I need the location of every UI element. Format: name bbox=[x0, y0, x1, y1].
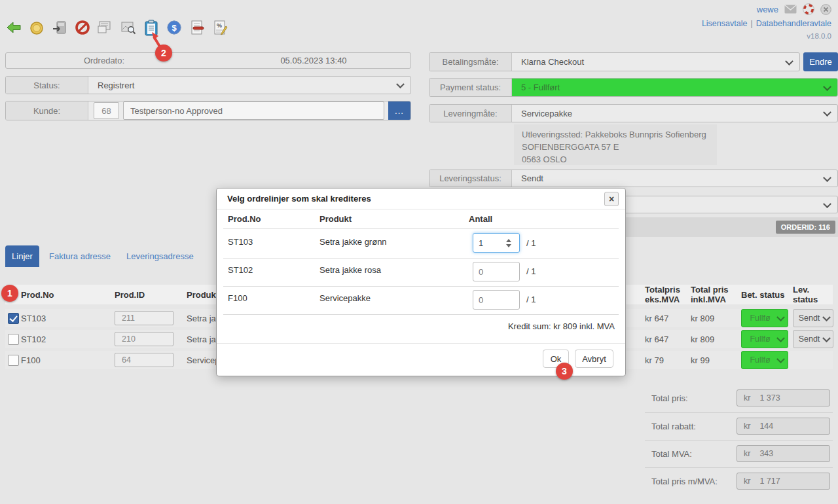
save-icon[interactable] bbox=[51, 19, 68, 36]
cell-totalpris-inkl: kr 809 bbox=[691, 309, 714, 327]
cell-prod-no: ST103 bbox=[21, 309, 46, 327]
antall-max: / 1 bbox=[526, 266, 536, 276]
total-rabatt-value: kr144 bbox=[737, 418, 830, 435]
chevron-down-icon bbox=[823, 173, 831, 182]
edit-note-icon[interactable]: % bbox=[211, 19, 228, 36]
row-checkbox[interactable] bbox=[5, 351, 19, 369]
mail-icon[interactable] bbox=[784, 5, 797, 14]
ordredato-row: Ordredato: 05.05.2023 13:40 bbox=[5, 52, 411, 69]
tab-faktura-adresse[interactable]: Faktura adresse bbox=[49, 245, 111, 267]
databehandleravtale-link[interactable]: Databehandleravtale bbox=[756, 19, 831, 28]
status-label: Status: bbox=[6, 77, 88, 94]
cancel-icon[interactable] bbox=[74, 19, 91, 36]
row-checkbox[interactable] bbox=[5, 309, 19, 327]
kunde-id-field[interactable] bbox=[94, 102, 119, 119]
checkbox-checked-icon[interactable] bbox=[8, 313, 19, 324]
chevron-down-icon bbox=[785, 57, 793, 65]
dialog-cell-prod-no: ST102 bbox=[228, 265, 253, 275]
totals-divider bbox=[645, 440, 833, 441]
cell-lev-status: Sendt bbox=[793, 309, 833, 327]
header-produkt: Produkt bbox=[187, 285, 219, 304]
cell-totalpris-inkl: kr 809 bbox=[691, 330, 714, 348]
version-label: v18.0.0 bbox=[807, 32, 831, 40]
leveringmate-select[interactable]: Servicepakke bbox=[512, 105, 837, 122]
currency-icon[interactable]: $ bbox=[166, 19, 183, 36]
username-link[interactable]: wewe bbox=[757, 5, 778, 14]
antall-max: / 1 bbox=[526, 238, 536, 248]
dialog-footer-divider bbox=[217, 343, 625, 344]
betalingsmate-select[interactable]: Klarna Checkout bbox=[512, 53, 799, 71]
total-pris-value: kr1 373 bbox=[737, 389, 830, 406]
close-icon[interactable]: × bbox=[604, 192, 619, 206]
checkbox-unchecked-icon[interactable] bbox=[8, 355, 19, 366]
annotation-badge-3: 3 bbox=[556, 363, 573, 380]
tab-leveringsadresse[interactable]: Leveringsadresse bbox=[126, 245, 194, 267]
prod-id-box[interactable]: 210 bbox=[115, 332, 173, 346]
close-session-icon[interactable] bbox=[820, 4, 831, 15]
spinner-arrows-icon[interactable] bbox=[503, 235, 514, 251]
payment-status-select[interactable]: 5 - Fullført bbox=[512, 79, 837, 96]
bet-status-select[interactable]: Fullfø bbox=[741, 309, 788, 327]
lev-status-select[interactable]: Sendt bbox=[793, 309, 833, 327]
total-rabatt-label: Total rabatt: bbox=[651, 418, 696, 435]
dialog-divider bbox=[223, 228, 619, 229]
ordredato-value: 05.05.2023 13:40 bbox=[251, 53, 376, 68]
avbryt-button[interactable]: Avbryt bbox=[575, 350, 613, 368]
antall-input[interactable] bbox=[473, 290, 520, 310]
totals-divider bbox=[645, 412, 833, 413]
chevron-down-icon bbox=[822, 334, 831, 342]
prod-id-box[interactable]: 64 bbox=[115, 353, 173, 367]
print-icon[interactable] bbox=[97, 19, 114, 36]
cell-totalpris-eks: kr 647 bbox=[645, 309, 668, 327]
leveringmate-row: Leveringmåte: Servicepakke bbox=[429, 104, 838, 122]
order-detail-page: wewe Lisensavtale | Databehandleravtale … bbox=[0, 0, 838, 504]
chevron-down-icon bbox=[776, 334, 785, 342]
betalingsmate-row: Betalingsmåte: Klarna Checkout bbox=[429, 52, 800, 71]
dialog-header-produkt: Produkt bbox=[319, 214, 352, 224]
utleveringssted-line1: Utleveringssted: Pakkeboks Bunnpris Sofi… bbox=[522, 128, 717, 141]
utleveringssted-line3: 0563 OSLO bbox=[522, 153, 717, 166]
dialog-cell-prod-no: F100 bbox=[228, 293, 247, 303]
tab-linjer[interactable]: Linjer bbox=[5, 245, 39, 267]
chevron-down-icon bbox=[822, 313, 831, 321]
cell-lev-status: Sendt bbox=[793, 330, 833, 348]
orderid-badge: ORDERID: 116 bbox=[776, 221, 835, 234]
kunde-browse-button[interactable]: ... bbox=[388, 101, 410, 120]
cell-totalpris-eks: kr 647 bbox=[645, 330, 668, 348]
leveringsstatus-select[interactable]: Sendt bbox=[512, 170, 837, 187]
credit-note-icon[interactable] bbox=[189, 19, 206, 36]
dialog-divider bbox=[223, 286, 619, 287]
dialog-header-prod-no: Prod.No bbox=[228, 214, 261, 224]
back-icon[interactable] bbox=[5, 19, 22, 36]
bet-status-select[interactable]: Fullfø bbox=[741, 351, 788, 369]
total-mva-value: kr343 bbox=[737, 445, 830, 462]
chevron-down-icon bbox=[823, 108, 831, 117]
status-select[interactable]: Registrert bbox=[88, 77, 410, 94]
preview-icon[interactable] bbox=[120, 19, 137, 36]
utleveringssted-block: Utleveringssted: Pakkeboks Bunnpris Sofi… bbox=[514, 124, 717, 165]
lisensavtale-link[interactable]: Lisensavtale bbox=[702, 19, 748, 28]
total-pris-mva-label: Total pris m/MVA: bbox=[651, 473, 718, 490]
payment-status-row: Payment status: 5 - Fullført bbox=[429, 78, 838, 97]
bet-status-select[interactable]: Fullfø bbox=[741, 330, 788, 348]
dialog-cell-prod-no: ST103 bbox=[228, 237, 253, 247]
legal-separator: | bbox=[750, 19, 752, 28]
help-lifebuoy-icon[interactable] bbox=[803, 3, 814, 15]
prod-id-box[interactable]: 211 bbox=[115, 311, 173, 325]
leveringmate-select-value: Servicepakke bbox=[521, 109, 572, 118]
betalingsmate-select-value: Klarna Checkout bbox=[521, 57, 584, 67]
coin-icon[interactable] bbox=[28, 19, 45, 36]
leveringsstatus-select-value: Sendt bbox=[521, 173, 543, 183]
row-checkbox[interactable] bbox=[5, 330, 19, 348]
endre-button[interactable]: Endre bbox=[803, 52, 838, 71]
lev-status-select[interactable]: Sendt bbox=[793, 330, 833, 348]
kunde-name-field[interactable] bbox=[123, 101, 384, 120]
kredit-sum-label: Kredit sum: kr 809 inkl. MVA bbox=[508, 321, 615, 331]
header-lev-status: Lev. status bbox=[793, 285, 833, 304]
cell-bet-status: Fullfø bbox=[741, 351, 788, 369]
dialog-header: Velg ordrelinjer som skal krediteres × bbox=[217, 189, 625, 209]
dialog-cell-produkt: Setra jakke rosa bbox=[319, 265, 381, 275]
payment-status-select-value: 5 - Fullført bbox=[521, 82, 560, 92]
antall-input[interactable] bbox=[473, 262, 520, 281]
checkbox-unchecked-icon[interactable] bbox=[8, 334, 19, 345]
